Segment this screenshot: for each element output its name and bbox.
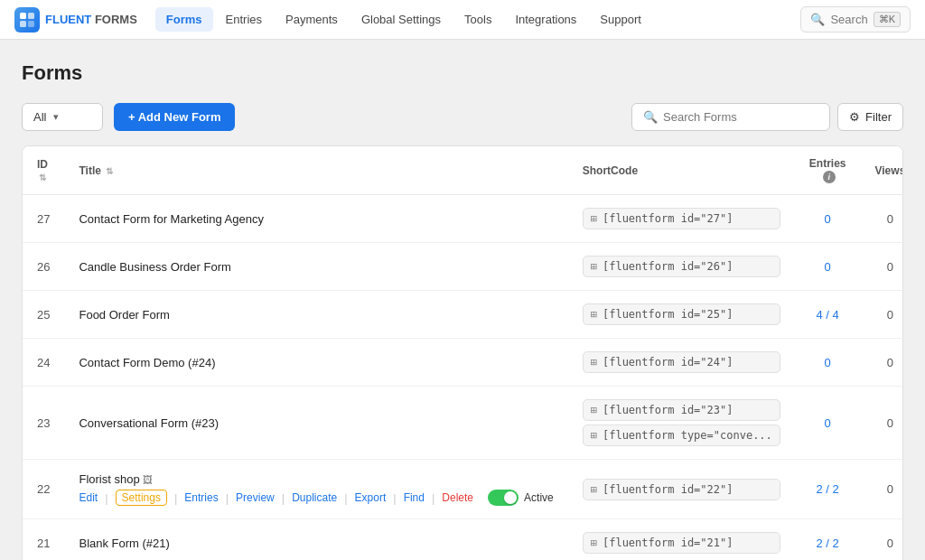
shortcode-badge[interactable]: ⊞[fluentform id="24"] [583,351,780,373]
cell-entries: 0 [795,339,861,387]
preview-link[interactable]: Preview [236,491,275,504]
shortcode-badge[interactable]: ⊞[fluentform id="25"] [583,303,780,325]
search-icon: 🔍 [810,13,825,26]
topnav: FLUENT FORMS Forms Entries Payments Glob… [0,0,925,40]
edit-link[interactable]: Edit [79,491,98,504]
cell-views: 0 [861,339,904,387]
toolbar: All ▾ + Add New Form 🔍 ⚙ Filter [22,103,903,131]
duplicate-link[interactable]: Duplicate [292,491,337,504]
table-row: 25Food Order Form⊞[fluentform id="25"]4 … [23,291,903,339]
nav-items: Forms Entries Payments Global Settings T… [155,7,798,32]
form-title: Contact Form Demo (#24) [79,356,215,369]
filter-btn-label: Filter [865,110,892,124]
cell-title: Blank Form (#21) [64,519,567,561]
info-icon-entries: i [823,171,836,183]
svg-rect-0 [20,13,26,19]
entries-value[interactable]: 4 / 4 [817,308,839,322]
filter-dropdown[interactable]: All ▾ [22,103,103,131]
shortcode-text: [fluentform id="26"] [603,260,733,273]
shortcode-text: [fluentform id="27"] [603,212,733,225]
cell-id: 23 [23,387,64,460]
entries-value[interactable]: 0 [825,416,831,430]
col-header-entries: Entries i [795,146,861,195]
nav-item-forms[interactable]: Forms [155,7,213,32]
nav-item-tools[interactable]: Tools [453,7,502,32]
entries-value[interactable]: 2 / 2 [817,482,839,496]
row-actions: Edit|Settings|Entries|Preview|Duplicate|… [79,490,553,506]
action-divider: | [174,491,177,505]
filter-button[interactable]: ⚙ Filter [837,103,903,131]
form-title: Contact Form for Marketing Agency [79,212,263,226]
shortcode-badge-extra[interactable]: ⊞[fluentform type="conve... [583,425,780,446]
col-header-id: ID ⇅ [23,146,64,195]
nav-item-global-settings[interactable]: Global Settings [350,7,452,32]
shortcode-text: [fluentform id="24"] [603,356,733,369]
copy-icon: ⊞ [591,537,597,549]
find-link[interactable]: Find [404,491,425,504]
cell-entries: 2 / 2 [795,460,861,519]
cell-id: 27 [23,195,64,243]
action-divider: | [105,491,107,505]
chevron-down-icon: ▾ [53,111,59,123]
shortcode-badge[interactable]: ⊞[fluentform id="27"] [583,208,780,229]
entries-value[interactable]: 0 [825,356,831,369]
logo-icon [14,7,40,33]
svg-rect-3 [28,21,34,27]
cell-title: Florist shop 🖼Edit|Settings|Entries|Prev… [64,460,567,519]
svg-rect-1 [28,13,34,19]
search-box[interactable]: 🔍 [631,103,830,131]
toggle-wrap: Active [488,490,554,506]
shortcode-badge[interactable]: ⊞[fluentform id="21"] [583,532,780,554]
cell-shortcode: ⊞[fluentform id="23"]⊞[fluentform type="… [568,387,795,460]
nav-item-payments[interactable]: Payments [275,7,349,32]
copy-icon: ⊞ [591,260,597,273]
copy-icon: ⊞ [591,308,597,321]
cell-id: 25 [23,291,64,339]
search-input[interactable] [663,110,818,124]
cell-shortcode: ⊞[fluentform id="26"] [568,243,795,291]
nav-item-entries[interactable]: Entries [215,7,273,32]
entries-link[interactable]: Entries [184,491,218,504]
copy-icon: ⊞ [591,483,597,496]
cell-entries: 2 / 2 [795,519,861,561]
delete-link[interactable]: Delete [442,491,473,504]
cell-title: Candle Business Order Form [64,243,567,291]
forms-table: ID ⇅ Title ⇅ ShortCode Entries i Views C… [22,145,903,560]
shortcode-text: [fluentform id="21"] [603,537,733,549]
col-header-shortcode: ShortCode [568,146,795,195]
table-row: 26Candle Business Order Form⊞[fluentform… [23,243,903,291]
sort-icon-id[interactable]: ⇅ [39,173,46,182]
form-title: Conversational Form (#23) [79,416,219,430]
nav-search-label: Search [830,13,867,26]
export-link[interactable]: Export [355,491,387,504]
action-divider: | [344,491,347,505]
entries-value[interactable]: 0 [825,260,831,274]
cell-views: 0 [861,519,904,561]
cell-views: 0 [861,243,904,291]
table-row: 21Blank Form (#21)⊞[fluentform id="21"]2… [23,519,903,561]
logo: FLUENT FORMS [14,7,137,33]
settings-link[interactable]: Settings [116,490,167,506]
add-new-form-button[interactable]: + Add New Form [114,103,235,131]
table-row: 27Contact Form for Marketing Agency⊞[flu… [23,195,903,243]
cell-entries: 0 [795,387,861,460]
shortcode-badge[interactable]: ⊞[fluentform id="23"] [583,399,780,421]
form-title: Food Order Form [79,308,169,322]
cell-id: 22 [23,460,64,519]
cell-title: Contact Form Demo (#24) [64,339,567,387]
svg-rect-2 [20,21,26,27]
nav-item-support[interactable]: Support [589,7,652,32]
entries-value[interactable]: 2 / 2 [817,537,839,550]
sort-icon-title[interactable]: ⇅ [106,166,113,176]
col-header-title: Title ⇅ [64,146,567,195]
nav-item-integrations[interactable]: Integrations [504,7,587,32]
main-content: Forms All ▾ + Add New Form 🔍 ⚙ Filter ID [0,40,925,560]
cell-id: 26 [23,243,64,291]
copy-icon: ⊞ [591,212,597,225]
shortcode-badge[interactable]: ⊞[fluentform id="26"] [583,256,780,277]
active-toggle[interactable] [488,490,519,506]
shortcode-badge[interactable]: ⊞[fluentform id="22"] [583,479,780,500]
entries-value[interactable]: 0 [825,212,831,226]
copy-icon: ⊞ [591,356,597,369]
nav-search[interactable]: 🔍 Search ⌘K [800,6,911,33]
